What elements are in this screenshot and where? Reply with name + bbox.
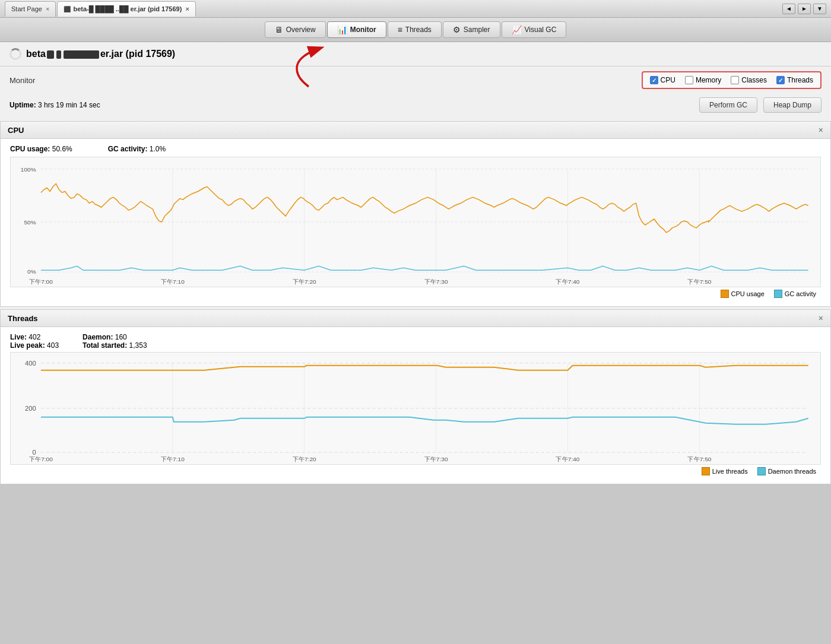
legend-live-threads: Live threads bbox=[702, 467, 748, 475]
monitor-header: Monitor CPU Memory Classes Threads bbox=[0, 66, 831, 94]
live-peak-stat: Live peak: 403 bbox=[10, 341, 59, 350]
svg-text:下午7:50: 下午7:50 bbox=[687, 278, 711, 285]
live-label: Live: bbox=[10, 333, 27, 341]
overview-icon: 🖥 bbox=[275, 25, 283, 34]
threads-checkbox-label: Threads bbox=[787, 76, 813, 84]
svg-text:下午7:20: 下午7:20 bbox=[293, 456, 316, 462]
uptime-row: Uptime: 3 hrs 19 min 14 sec Perform GC H… bbox=[0, 94, 831, 119]
threads-chart-legend: Live threads Daemon threads bbox=[10, 465, 821, 478]
total-started-stat: Total started: 1,353 bbox=[83, 341, 147, 350]
svg-text:下午7:30: 下午7:30 bbox=[424, 456, 448, 462]
threads-checkbox[interactable]: Threads bbox=[776, 76, 813, 84]
daemon-value: 160 bbox=[115, 333, 127, 341]
live-stat: Live: 402 bbox=[10, 333, 59, 341]
legend-live-threads-color bbox=[702, 467, 710, 475]
classes-checkbox-label: Classes bbox=[741, 76, 767, 84]
cpu-chart-svg: 100% 50% 0% 下午7:00 下午7:10 下午7:20 下午7:30 … bbox=[11, 157, 820, 287]
heap-dump-button[interactable]: Heap Dump bbox=[763, 97, 822, 113]
uptime-text: Uptime: 3 hrs 19 min 14 sec bbox=[9, 101, 100, 109]
cpu-panel-close[interactable]: × bbox=[819, 125, 823, 135]
threads-checkbox-input[interactable] bbox=[776, 76, 785, 84]
svg-text:400: 400 bbox=[25, 360, 36, 367]
cpu-usage-label: CPU usage: bbox=[10, 145, 50, 153]
svg-text:0: 0 bbox=[33, 449, 36, 456]
threads-panel-close[interactable]: × bbox=[819, 313, 823, 323]
legend-gc-activity-label: GC activity bbox=[785, 290, 816, 297]
tab-start-page[interactable]: Start Page × bbox=[5, 1, 56, 17]
cpu-panel-title: CPU bbox=[8, 126, 24, 135]
app-title: betaer.jar (pid 17569) bbox=[9, 48, 175, 60]
nav-tab-monitor[interactable]: 📊 Monitor bbox=[327, 21, 386, 38]
tab-start-page-label: Start Page bbox=[11, 5, 42, 12]
live-peak-label: Live peak: bbox=[10, 341, 45, 350]
svg-text:下午7:10: 下午7:10 bbox=[161, 278, 185, 285]
threads-panel-title: Threads bbox=[8, 314, 38, 323]
memory-checkbox[interactable]: Memory bbox=[685, 76, 721, 84]
loading-spinner bbox=[9, 48, 21, 60]
uptime-label: Uptime: bbox=[9, 101, 36, 109]
legend-daemon-threads: Daemon threads bbox=[757, 467, 816, 475]
nav-menu-button[interactable]: ▼ bbox=[813, 4, 826, 14]
svg-text:100%: 100% bbox=[21, 166, 36, 173]
threads-right-stats: Daemon: 160 Total started: 1,353 bbox=[83, 333, 147, 350]
tab-beta-app[interactable]: ⬛ beta-█ ████ ..██ er.jar (pid 17569) × bbox=[57, 1, 195, 17]
cpu-chart: 100% 50% 0% 下午7:00 下午7:10 下午7:20 下午7:30 … bbox=[10, 157, 821, 287]
live-peak-value: 403 bbox=[47, 341, 59, 350]
perform-gc-button[interactable]: Perform GC bbox=[699, 97, 757, 113]
svg-text:下午7:50: 下午7:50 bbox=[687, 456, 711, 462]
nav-forward-button[interactable]: ► bbox=[798, 4, 811, 14]
svg-text:0%: 0% bbox=[27, 268, 36, 275]
legend-gc-activity-color bbox=[774, 290, 782, 298]
cpu-checkbox-label: CPU bbox=[661, 76, 675, 84]
svg-text:下午7:00: 下午7:00 bbox=[29, 456, 53, 462]
nav-tab-threads[interactable]: ≡ Threads bbox=[388, 21, 442, 38]
tab-beta-app-icon: ⬛ bbox=[64, 6, 71, 12]
live-value: 402 bbox=[28, 333, 40, 341]
threads-panel: Threads × Live: 402 Live peak: 403 bbox=[0, 309, 831, 484]
legend-cpu-usage-label: CPU usage bbox=[731, 290, 765, 297]
svg-text:下午7:20: 下午7:20 bbox=[293, 278, 316, 285]
memory-checkbox-input[interactable] bbox=[685, 76, 693, 84]
app-title-text: betaer.jar (pid 17569) bbox=[26, 49, 175, 59]
cpu-panel-header: CPU × bbox=[1, 122, 830, 139]
cpu-checkbox[interactable]: CPU bbox=[650, 76, 675, 84]
tab-beta-app-close[interactable]: × bbox=[185, 5, 189, 12]
cpu-checkbox-input[interactable] bbox=[650, 76, 658, 84]
svg-text:下午7:30: 下午7:30 bbox=[424, 278, 448, 285]
nav-tab-overview[interactable]: 🖥 Overview bbox=[265, 21, 326, 38]
svg-text:50%: 50% bbox=[24, 219, 36, 226]
svg-text:下午7:40: 下午7:40 bbox=[556, 456, 579, 462]
threads-chart: 400 200 0 下午7:00 下午7:10 下午7:20 下午7:30 下午… bbox=[10, 352, 821, 465]
tab-start-page-close[interactable]: × bbox=[46, 5, 49, 12]
legend-daemon-threads-color bbox=[757, 467, 766, 475]
svg-text:200: 200 bbox=[25, 405, 36, 412]
nav-tab-monitor-label: Monitor bbox=[350, 26, 376, 34]
cpu-chart-legend: CPU usage GC activity bbox=[10, 287, 821, 300]
total-started-label: Total started: bbox=[83, 341, 127, 350]
threads-chart-svg: 400 200 0 下午7:00 下午7:10 下午7:20 下午7:30 下午… bbox=[11, 353, 820, 464]
daemon-stat: Daemon: 160 bbox=[83, 333, 147, 341]
nav-tab-sampler[interactable]: ⚙ Sampler bbox=[443, 21, 500, 38]
nav-tab-threads-label: Threads bbox=[405, 26, 432, 34]
monitor-icon: 📊 bbox=[337, 25, 347, 34]
legend-cpu-usage-color bbox=[721, 290, 729, 298]
visual-gc-icon: 📈 bbox=[512, 25, 522, 34]
threads-stats: Live: 402 Live peak: 403 Daemon: 160 Tot… bbox=[10, 333, 821, 350]
classes-checkbox-input[interactable] bbox=[731, 76, 739, 84]
cpu-panel: CPU × CPU usage: 50.6% GC activity: 1.0% bbox=[0, 121, 831, 307]
legend-daemon-threads-label: Daemon threads bbox=[768, 468, 816, 475]
gc-activity-label: GC activity: bbox=[108, 145, 148, 153]
cpu-panel-body: CPU usage: 50.6% GC activity: 1.0% bbox=[1, 139, 830, 306]
svg-text:下午7:10: 下午7:10 bbox=[161, 456, 185, 462]
svg-text:下午7:40: 下午7:40 bbox=[556, 278, 579, 285]
sampler-icon: ⚙ bbox=[453, 25, 461, 34]
main-content: betaer.jar (pid 17569) Monitor CPU bbox=[0, 42, 831, 484]
cpu-stats: CPU usage: 50.6% GC activity: 1.0% bbox=[10, 145, 821, 153]
threads-left-stats: Live: 402 Live peak: 403 bbox=[10, 333, 59, 350]
gc-activity-stat: GC activity: 1.0% bbox=[108, 145, 166, 153]
nav-back-button[interactable]: ◄ bbox=[782, 4, 795, 14]
nav-tab-visual-gc[interactable]: 📈 Visual GC bbox=[502, 21, 567, 38]
checkboxes-area: CPU Memory Classes Threads bbox=[642, 71, 822, 89]
nav-tab-visual-gc-label: Visual GC bbox=[525, 26, 557, 34]
classes-checkbox[interactable]: Classes bbox=[731, 76, 767, 84]
